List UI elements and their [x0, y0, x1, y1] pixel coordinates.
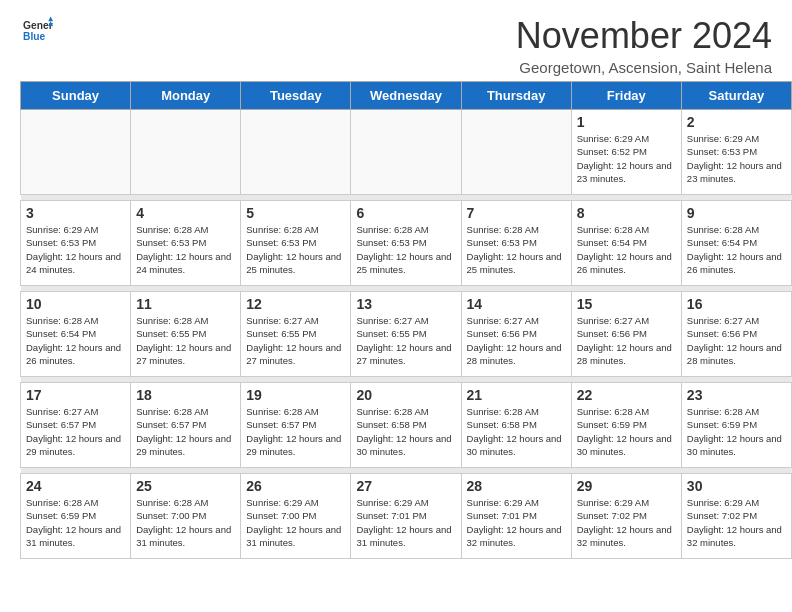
- day-number: 19: [246, 387, 345, 403]
- calendar-cell: 12Sunrise: 6:27 AM Sunset: 6:55 PM Dayli…: [241, 292, 351, 377]
- calendar-cell: 6Sunrise: 6:28 AM Sunset: 6:53 PM Daylig…: [351, 201, 461, 286]
- day-info: Sunrise: 6:28 AM Sunset: 6:54 PM Dayligh…: [26, 314, 125, 367]
- calendar-cell: [461, 110, 571, 195]
- day-info: Sunrise: 6:28 AM Sunset: 6:53 PM Dayligh…: [356, 223, 455, 276]
- day-info: Sunrise: 6:27 AM Sunset: 6:55 PM Dayligh…: [356, 314, 455, 367]
- calendar-cell: 29Sunrise: 6:29 AM Sunset: 7:02 PM Dayli…: [571, 474, 681, 559]
- day-number: 13: [356, 296, 455, 312]
- day-info: Sunrise: 6:28 AM Sunset: 6:57 PM Dayligh…: [136, 405, 235, 458]
- day-info: Sunrise: 6:29 AM Sunset: 7:02 PM Dayligh…: [577, 496, 676, 549]
- calendar-table: SundayMondayTuesdayWednesdayThursdayFrid…: [20, 81, 792, 559]
- day-number: 22: [577, 387, 676, 403]
- day-info: Sunrise: 6:29 AM Sunset: 7:01 PM Dayligh…: [467, 496, 566, 549]
- day-info: Sunrise: 6:27 AM Sunset: 6:57 PM Dayligh…: [26, 405, 125, 458]
- calendar-cell: 27Sunrise: 6:29 AM Sunset: 7:01 PM Dayli…: [351, 474, 461, 559]
- day-number: 1: [577, 114, 676, 130]
- calendar-cell: 19Sunrise: 6:28 AM Sunset: 6:57 PM Dayli…: [241, 383, 351, 468]
- calendar-cell: 30Sunrise: 6:29 AM Sunset: 7:02 PM Dayli…: [681, 474, 791, 559]
- logo-icon: General Blue: [23, 15, 53, 45]
- day-number: 26: [246, 478, 345, 494]
- svg-text:Blue: Blue: [23, 31, 46, 42]
- weekday-header-monday: Monday: [131, 82, 241, 110]
- day-info: Sunrise: 6:28 AM Sunset: 6:54 PM Dayligh…: [577, 223, 676, 276]
- calendar-cell: 14Sunrise: 6:27 AM Sunset: 6:56 PM Dayli…: [461, 292, 571, 377]
- day-info: Sunrise: 6:28 AM Sunset: 6:58 PM Dayligh…: [356, 405, 455, 458]
- calendar-cell: 1Sunrise: 6:29 AM Sunset: 6:52 PM Daylig…: [571, 110, 681, 195]
- calendar-cell: 24Sunrise: 6:28 AM Sunset: 6:59 PM Dayli…: [21, 474, 131, 559]
- calendar-cell: 20Sunrise: 6:28 AM Sunset: 6:58 PM Dayli…: [351, 383, 461, 468]
- day-number: 28: [467, 478, 566, 494]
- weekday-header-tuesday: Tuesday: [241, 82, 351, 110]
- page-header: General Blue November 2024 Georgetown, A…: [0, 0, 792, 81]
- month-title: November 2024: [516, 15, 772, 57]
- day-number: 20: [356, 387, 455, 403]
- calendar-cell: 25Sunrise: 6:28 AM Sunset: 7:00 PM Dayli…: [131, 474, 241, 559]
- week-row-2: 3Sunrise: 6:29 AM Sunset: 6:53 PM Daylig…: [21, 201, 792, 286]
- calendar-cell: 17Sunrise: 6:27 AM Sunset: 6:57 PM Dayli…: [21, 383, 131, 468]
- day-info: Sunrise: 6:29 AM Sunset: 6:52 PM Dayligh…: [577, 132, 676, 185]
- day-number: 17: [26, 387, 125, 403]
- day-number: 23: [687, 387, 786, 403]
- calendar-cell: 13Sunrise: 6:27 AM Sunset: 6:55 PM Dayli…: [351, 292, 461, 377]
- calendar-cell: [21, 110, 131, 195]
- calendar-cell: 21Sunrise: 6:28 AM Sunset: 6:58 PM Dayli…: [461, 383, 571, 468]
- day-number: 9: [687, 205, 786, 221]
- day-info: Sunrise: 6:27 AM Sunset: 6:56 PM Dayligh…: [467, 314, 566, 367]
- day-number: 4: [136, 205, 235, 221]
- day-info: Sunrise: 6:28 AM Sunset: 6:57 PM Dayligh…: [246, 405, 345, 458]
- day-number: 3: [26, 205, 125, 221]
- calendar-cell: 23Sunrise: 6:28 AM Sunset: 6:59 PM Dayli…: [681, 383, 791, 468]
- day-info: Sunrise: 6:28 AM Sunset: 7:00 PM Dayligh…: [136, 496, 235, 549]
- calendar-cell: 4Sunrise: 6:28 AM Sunset: 6:53 PM Daylig…: [131, 201, 241, 286]
- svg-marker-2: [48, 17, 53, 22]
- calendar-cell: 26Sunrise: 6:29 AM Sunset: 7:00 PM Dayli…: [241, 474, 351, 559]
- week-row-5: 24Sunrise: 6:28 AM Sunset: 6:59 PM Dayli…: [21, 474, 792, 559]
- calendar-cell: 16Sunrise: 6:27 AM Sunset: 6:56 PM Dayli…: [681, 292, 791, 377]
- day-info: Sunrise: 6:27 AM Sunset: 6:56 PM Dayligh…: [687, 314, 786, 367]
- day-number: 24: [26, 478, 125, 494]
- calendar-cell: 22Sunrise: 6:28 AM Sunset: 6:59 PM Dayli…: [571, 383, 681, 468]
- day-info: Sunrise: 6:28 AM Sunset: 6:59 PM Dayligh…: [577, 405, 676, 458]
- calendar-cell: [351, 110, 461, 195]
- title-section: November 2024 Georgetown, Ascension, Sai…: [516, 15, 772, 76]
- day-number: 12: [246, 296, 345, 312]
- day-number: 16: [687, 296, 786, 312]
- calendar-cell: 9Sunrise: 6:28 AM Sunset: 6:54 PM Daylig…: [681, 201, 791, 286]
- calendar-cell: 2Sunrise: 6:29 AM Sunset: 6:53 PM Daylig…: [681, 110, 791, 195]
- calendar-cell: 3Sunrise: 6:29 AM Sunset: 6:53 PM Daylig…: [21, 201, 131, 286]
- weekday-header-friday: Friday: [571, 82, 681, 110]
- calendar-cell: 5Sunrise: 6:28 AM Sunset: 6:53 PM Daylig…: [241, 201, 351, 286]
- calendar-cell: 11Sunrise: 6:28 AM Sunset: 6:55 PM Dayli…: [131, 292, 241, 377]
- day-info: Sunrise: 6:28 AM Sunset: 6:59 PM Dayligh…: [687, 405, 786, 458]
- weekday-header-thursday: Thursday: [461, 82, 571, 110]
- day-number: 10: [26, 296, 125, 312]
- calendar-cell: 8Sunrise: 6:28 AM Sunset: 6:54 PM Daylig…: [571, 201, 681, 286]
- day-info: Sunrise: 6:29 AM Sunset: 7:02 PM Dayligh…: [687, 496, 786, 549]
- day-number: 27: [356, 478, 455, 494]
- day-number: 8: [577, 205, 676, 221]
- weekday-header-saturday: Saturday: [681, 82, 791, 110]
- week-row-3: 10Sunrise: 6:28 AM Sunset: 6:54 PM Dayli…: [21, 292, 792, 377]
- day-info: Sunrise: 6:28 AM Sunset: 6:58 PM Dayligh…: [467, 405, 566, 458]
- day-info: Sunrise: 6:29 AM Sunset: 7:00 PM Dayligh…: [246, 496, 345, 549]
- weekday-header-wednesday: Wednesday: [351, 82, 461, 110]
- calendar-cell: 7Sunrise: 6:28 AM Sunset: 6:53 PM Daylig…: [461, 201, 571, 286]
- calendar-cell: 10Sunrise: 6:28 AM Sunset: 6:54 PM Dayli…: [21, 292, 131, 377]
- calendar-cell: [131, 110, 241, 195]
- day-info: Sunrise: 6:28 AM Sunset: 6:55 PM Dayligh…: [136, 314, 235, 367]
- day-info: Sunrise: 6:28 AM Sunset: 6:59 PM Dayligh…: [26, 496, 125, 549]
- weekday-header-row: SundayMondayTuesdayWednesdayThursdayFrid…: [21, 82, 792, 110]
- calendar-cell: 15Sunrise: 6:27 AM Sunset: 6:56 PM Dayli…: [571, 292, 681, 377]
- day-info: Sunrise: 6:28 AM Sunset: 6:54 PM Dayligh…: [687, 223, 786, 276]
- day-info: Sunrise: 6:28 AM Sunset: 6:53 PM Dayligh…: [246, 223, 345, 276]
- day-number: 29: [577, 478, 676, 494]
- day-number: 15: [577, 296, 676, 312]
- day-number: 2: [687, 114, 786, 130]
- weekday-header-sunday: Sunday: [21, 82, 131, 110]
- day-number: 21: [467, 387, 566, 403]
- calendar-cell: 28Sunrise: 6:29 AM Sunset: 7:01 PM Dayli…: [461, 474, 571, 559]
- calendar-wrapper: SundayMondayTuesdayWednesdayThursdayFrid…: [0, 81, 792, 569]
- day-info: Sunrise: 6:28 AM Sunset: 6:53 PM Dayligh…: [136, 223, 235, 276]
- calendar-cell: [241, 110, 351, 195]
- day-number: 6: [356, 205, 455, 221]
